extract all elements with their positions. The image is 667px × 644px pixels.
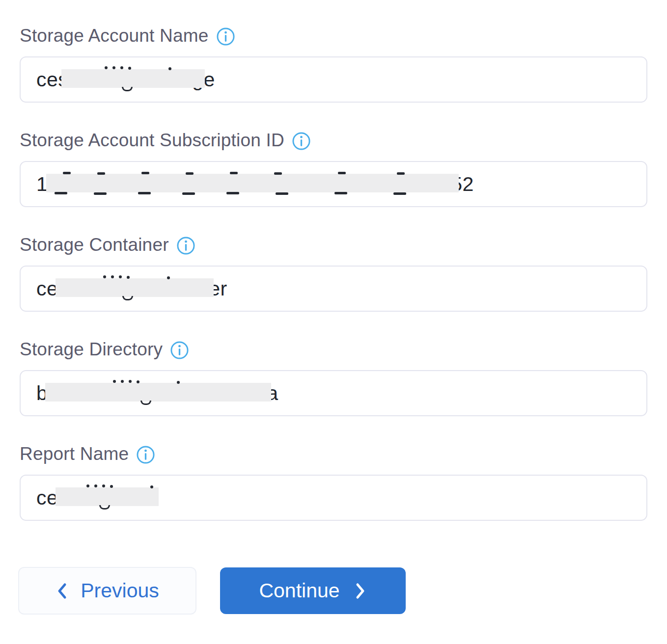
storage-account-name-label: Storage Account Name xyxy=(20,26,647,46)
storage-account-name-input[interactable]: ces ge xyxy=(20,56,647,103)
input-value-prefix: ce xyxy=(36,277,58,300)
redaction-box xyxy=(45,383,271,402)
storage-account-subscription-id-label-text: Storage Account Subscription ID xyxy=(20,130,284,151)
field-storage-account-name: Storage Account Name ces ge xyxy=(20,26,647,103)
continue-button-label: Continue xyxy=(259,579,339,602)
redaction-box xyxy=(46,174,459,192)
redaction-box xyxy=(61,69,205,88)
chevron-right-icon xyxy=(354,581,367,601)
storage-settings-form: Storage Account Name ces ge Storage Acco… xyxy=(0,0,667,615)
previous-button[interactable]: Previous xyxy=(18,567,196,615)
storage-account-subscription-id-label: Storage Account Subscription ID xyxy=(20,130,647,151)
info-icon[interactable] xyxy=(292,132,311,151)
form-navigation: Previous Continue xyxy=(20,567,647,615)
info-icon[interactable] xyxy=(216,27,235,46)
storage-account-name-label-text: Storage Account Name xyxy=(20,26,209,46)
field-report-name: Report Name ce t xyxy=(20,444,647,521)
info-icon[interactable] xyxy=(176,236,195,255)
field-storage-container: Storage Container ce er xyxy=(20,235,647,312)
field-storage-account-subscription-id: Storage Account Subscription ID 1 52 xyxy=(20,130,647,207)
chevron-left-icon xyxy=(56,581,69,601)
storage-container-label-text: Storage Container xyxy=(20,235,169,255)
report-name-label-text: Report Name xyxy=(20,444,129,464)
storage-directory-label: Storage Directory xyxy=(20,339,647,360)
continue-button[interactable]: Continue xyxy=(220,567,406,614)
previous-button-label: Previous xyxy=(81,579,159,602)
field-storage-directory: Storage Directory b a xyxy=(20,339,647,416)
storage-directory-input[interactable]: b a xyxy=(20,370,647,416)
storage-container-label: Storage Container xyxy=(20,235,647,255)
storage-directory-label-text: Storage Directory xyxy=(20,339,163,360)
input-value-prefix: ce xyxy=(36,486,58,510)
storage-container-input[interactable]: ce er xyxy=(20,266,647,312)
report-name-input[interactable]: ce t xyxy=(20,475,647,521)
storage-account-subscription-id-input[interactable]: 1 52 xyxy=(20,161,647,207)
report-name-label: Report Name xyxy=(20,444,647,464)
info-icon[interactable] xyxy=(170,341,189,360)
redaction-box xyxy=(56,278,214,297)
redaction-box xyxy=(56,487,159,506)
info-icon[interactable] xyxy=(136,445,155,464)
